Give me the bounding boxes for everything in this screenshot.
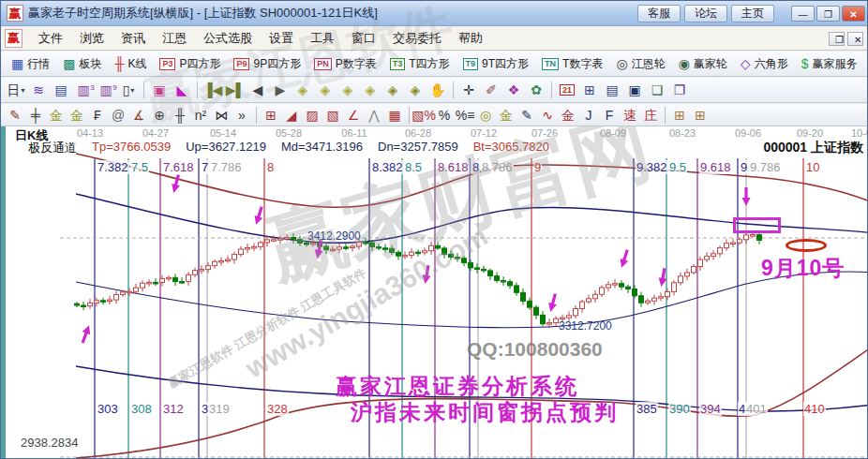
n-squared-icon[interactable]: n² — [190, 106, 211, 125]
minimize-button[interactable]: — — [791, 6, 815, 22]
expand-h-diamond-icon[interactable]: ◈ — [359, 80, 382, 100]
f-ruler-icon[interactable]: ₣ — [87, 106, 108, 125]
memo-note-icon[interactable]: ▤ — [50, 80, 72, 100]
candle-pencil-icon[interactable]: ✎ — [516, 106, 537, 125]
banker-angle-icon[interactable]: 庄 — [640, 106, 661, 125]
gold-lines-icon[interactable]: 金 — [496, 106, 516, 125]
candle-body — [390, 248, 395, 252]
menu-item-gann[interactable]: 江恩 — [154, 28, 195, 49]
callout-pointer-icon[interactable]: ✐ — [480, 80, 502, 100]
gann-grid-box-icon[interactable]: ⊞ — [261, 106, 281, 125]
calculator-icon[interactable]: ⊞ — [578, 80, 601, 100]
menu-item-trade-order[interactable]: 交易委托 — [384, 28, 450, 49]
export-tool-icon[interactable]: ❐ — [668, 80, 691, 100]
invalid-zone-icon[interactable]: ▣ — [148, 80, 171, 100]
dense-grid-icon[interactable]: ▦ — [384, 106, 405, 125]
9p-square-button[interactable]: P99P四方形 — [227, 53, 307, 75]
annotation-line-2: 沪指未来时间窗拐点预判 — [351, 398, 619, 427]
gold-gann-a-icon[interactable]: 金 — [46, 106, 67, 125]
grid-b-icon[interactable]: ⊞ — [690, 106, 711, 125]
arc-shade-icon[interactable]: ▧ — [322, 106, 343, 125]
p-number-table-button[interactable]: PNP数字表 — [307, 53, 383, 75]
grid-a-icon[interactable]: ⊞ — [669, 106, 690, 125]
calendar-icon[interactable]: 21 — [556, 80, 578, 100]
mdi-close-button[interactable]: ✕ — [847, 32, 863, 46]
f-angle-icon[interactable]: F — [599, 106, 620, 125]
notes-pad-icon[interactable]: ▤ — [601, 80, 623, 100]
menu-item-file[interactable]: 文件 — [30, 28, 71, 49]
gann-wheel-button[interactable]: ◎江恩轮 — [609, 53, 671, 75]
compress-h-diamond-icon[interactable]: ◈ — [337, 80, 359, 100]
goto-first-icon[interactable]: ▐◀ — [202, 80, 224, 100]
screen-copy-icon[interactable]: ❏ — [646, 80, 668, 100]
leaf-tool-icon[interactable]: ✿ — [525, 80, 547, 100]
menu-item-browse[interactable]: 浏览 — [71, 28, 112, 49]
menu-item-news[interactable]: 资讯 — [112, 28, 154, 49]
trend-wave-icon[interactable]: ≋ — [27, 80, 50, 100]
hand-tool-icon[interactable]: ✋ — [427, 80, 449, 100]
pencil-icon[interactable]: ✎ — [5, 106, 25, 125]
menu-item-formula-stock-pick[interactable]: 公式选股 — [195, 28, 261, 49]
angle-measure-icon[interactable]: ∡ — [128, 106, 149, 125]
goto-last-icon[interactable]: ▶▌ — [224, 80, 247, 100]
gold-wave-icon[interactable]: 金 — [558, 106, 578, 125]
step-prev-icon[interactable]: ◀ — [247, 80, 269, 100]
speed-angle-icon[interactable]: 速 — [620, 106, 640, 125]
pan-left-diamond-icon[interactable]: ◈ — [292, 80, 314, 100]
forum-button[interactable]: 论坛 — [684, 5, 727, 22]
arc-box-icon[interactable]: ▨ — [302, 106, 322, 125]
t-number-table-button[interactable]: TNT数字表 — [535, 53, 609, 75]
menu-item-settings[interactable]: 设置 — [261, 28, 302, 49]
more-chevron-icon[interactable]: » — [232, 106, 252, 125]
save-disk-icon[interactable]: ▣ — [623, 80, 646, 100]
t-square-button[interactable]: T3T四方形 — [383, 53, 456, 75]
pan-right-diamond-icon[interactable]: ◈ — [314, 80, 337, 100]
bars-9-icon[interactable]: ▥9 — [95, 80, 117, 100]
sectors-button[interactable]: ▩板块 — [56, 53, 108, 75]
percent-lines-icon[interactable]: %≡ — [455, 106, 475, 125]
menu-item-help[interactable]: 帮助 — [450, 28, 491, 49]
compress-v-diamond-icon[interactable]: ◈ — [382, 80, 404, 100]
period-style-icon[interactable]: 日▾ — [5, 80, 27, 100]
gold-gann-b-icon[interactable]: 金 — [67, 106, 87, 125]
candle-body — [344, 247, 349, 249]
zigzag-icon[interactable]: ⋀ — [364, 106, 384, 125]
winner-wheel-button[interactable]: ◉赢家轮 — [672, 53, 734, 75]
percent-icon[interactable]: % — [434, 106, 455, 125]
menu-item-tools[interactable]: 工具 — [302, 28, 343, 49]
p-square-button[interactable]: P3P四方形 — [153, 53, 227, 75]
chart-area[interactable]: 日K线 04-1304-2705-1405-2806-1106-2807-120… — [1, 126, 868, 459]
mirror-tool-icon[interactable]: ⋈ — [211, 106, 232, 125]
kline-button[interactable]: ╫K线 — [108, 53, 153, 75]
percent-box-icon[interactable]: ▧% — [413, 106, 434, 125]
close-button[interactable]: ✕ — [842, 6, 865, 22]
gann-fan-icon[interactable]: ◢ — [281, 106, 302, 125]
support-button[interactable]: 客服 — [637, 5, 681, 22]
menu-item-window[interactable]: 窗口 — [343, 28, 384, 49]
mdi-restore-button[interactable]: ❐ — [829, 32, 845, 46]
step-next-icon[interactable]: ▶ — [269, 80, 292, 100]
degree-circle-icon[interactable]: ⊕ — [149, 106, 170, 125]
a-wave-icon[interactable]: ∿ — [537, 106, 558, 125]
quotes-button[interactable]: ▦行情 — [5, 53, 56, 75]
gold-circle-icon[interactable]: ◎ — [475, 106, 496, 125]
gann-flower-icon[interactable]: ❖ — [502, 80, 525, 100]
crosshair-icon[interactable]: ✛ — [457, 80, 480, 100]
tick-ruler-icon[interactable]: ╫ — [170, 106, 190, 125]
expand-all-diamond-icon[interactable]: ◈ — [404, 80, 427, 100]
winner-service-button[interactable]: $赢家服务 — [795, 53, 864, 75]
single-candle-icon[interactable]: ▯▾ — [117, 80, 140, 100]
period-style-dropdown-icon[interactable]: ▾ — [21, 86, 24, 95]
hexagon-button[interactable]: ◇六角形 — [734, 53, 795, 75]
gradient-flag-icon[interactable]: ◣ — [171, 80, 193, 100]
j-angle-icon[interactable]: J — [578, 106, 599, 125]
cycle-number-label: 9.382 — [636, 160, 668, 174]
homepage-button[interactable]: 主页 — [731, 5, 774, 22]
restore-button[interactable]: ❐ — [816, 6, 840, 22]
single-candle-dropdown-icon[interactable]: ▾ — [130, 86, 134, 95]
angle-lines-icon[interactable]: ∠ — [343, 106, 364, 125]
spiral-icon[interactable]: @ — [108, 106, 128, 125]
bars-3-icon[interactable]: ▥3 — [72, 80, 95, 100]
9t-square-button[interactable]: T99T四方形 — [456, 53, 536, 75]
hash-ruler-icon[interactable]: ╪ — [25, 106, 46, 125]
